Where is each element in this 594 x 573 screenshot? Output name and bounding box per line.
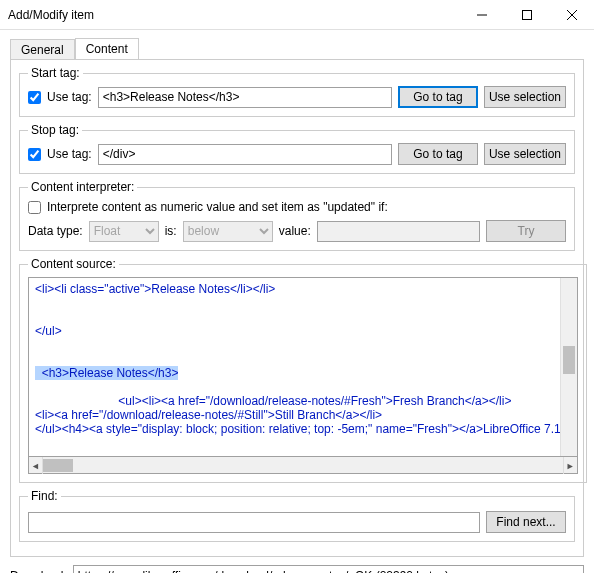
window-title: Add/Modify item xyxy=(8,8,459,22)
stop-use-tag-checkbox[interactable] xyxy=(28,148,41,161)
download-field[interactable] xyxy=(73,565,584,573)
download-row: Download: xyxy=(0,561,594,573)
stop-use-tag-label: Use tag: xyxy=(47,147,92,161)
source-line xyxy=(35,310,571,324)
start-use-selection-button[interactable]: Use selection xyxy=(484,86,566,108)
svg-rect-1 xyxy=(522,10,531,19)
interpret-checkbox[interactable] xyxy=(28,201,41,214)
interpreter-legend: Content interpreter: xyxy=(28,180,137,194)
dialog-body: GeneralContent Start tag: Use tag: Go to… xyxy=(0,30,594,561)
find-input[interactable] xyxy=(28,512,480,533)
maximize-button[interactable] xyxy=(504,0,549,30)
start-tag-group: Start tag: Use tag: Go to tag Use select… xyxy=(19,66,575,117)
value-label: value: xyxy=(279,224,311,238)
tab-panel-content: Start tag: Use tag: Go to tag Use select… xyxy=(10,60,584,557)
source-line: <li><li class="active">Release Notes</li… xyxy=(35,282,571,296)
source-line xyxy=(35,352,571,366)
content-source-group: Content source: <li><li class="active">R… xyxy=(19,257,587,483)
is-label: is: xyxy=(165,224,177,238)
start-go-to-tag-button[interactable]: Go to tag xyxy=(398,86,478,108)
source-horizontal-scrollbar[interactable]: ◄► xyxy=(28,457,578,474)
stop-tag-legend: Stop tag: xyxy=(28,123,82,137)
source-line xyxy=(35,338,571,352)
download-label: Download: xyxy=(10,569,67,574)
value-input[interactable] xyxy=(317,221,480,242)
tabstrip: GeneralContent xyxy=(10,38,584,60)
source-line: </ul> xyxy=(35,324,571,338)
start-tag-input[interactable] xyxy=(98,87,392,108)
stop-use-selection-button[interactable]: Use selection xyxy=(484,143,566,165)
source-line: <li><a href="/download/release-notes/#St… xyxy=(35,408,571,422)
find-legend: Find: xyxy=(28,489,61,503)
tab-content[interactable]: Content xyxy=(75,38,139,59)
is-select[interactable]: below xyxy=(183,221,273,242)
source-line xyxy=(35,296,571,310)
data-type-label: Data type: xyxy=(28,224,83,238)
start-use-tag-label: Use tag: xyxy=(47,90,92,104)
stop-tag-group: Stop tag: Use tag: Go to tag Use selecti… xyxy=(19,123,575,174)
interpreter-group: Content interpreter: Interprete content … xyxy=(19,180,575,251)
start-use-tag-checkbox[interactable] xyxy=(28,91,41,104)
tab-general[interactable]: General xyxy=(10,39,75,60)
source-line: </ul><h4><a style="display: block; posit… xyxy=(35,422,571,436)
tab-underline xyxy=(10,59,584,60)
interpret-label: Interprete content as numeric value and … xyxy=(47,200,388,214)
source-line: <ul><li><a href="/download/release-notes… xyxy=(35,394,571,408)
data-type-select[interactable]: Float xyxy=(89,221,159,242)
source-line xyxy=(35,380,571,394)
minimize-button[interactable] xyxy=(459,0,504,30)
find-next-button[interactable]: Find next... xyxy=(486,511,566,533)
stop-go-to-tag-button[interactable]: Go to tag xyxy=(398,143,478,165)
try-button[interactable]: Try xyxy=(486,220,566,242)
titlebar: Add/Modify item xyxy=(0,0,594,30)
source-vertical-scrollbar[interactable] xyxy=(560,278,577,456)
source-line-highlight: <h3>Release Notes</h3> xyxy=(35,366,571,380)
content-source-view[interactable]: <li><li class="active">Release Notes</li… xyxy=(28,277,578,457)
start-tag-legend: Start tag: xyxy=(28,66,83,80)
content-source-legend: Content source: xyxy=(28,257,119,271)
close-button[interactable] xyxy=(549,0,594,30)
find-group: Find: Find next... xyxy=(19,489,575,542)
stop-tag-input[interactable] xyxy=(98,144,392,165)
